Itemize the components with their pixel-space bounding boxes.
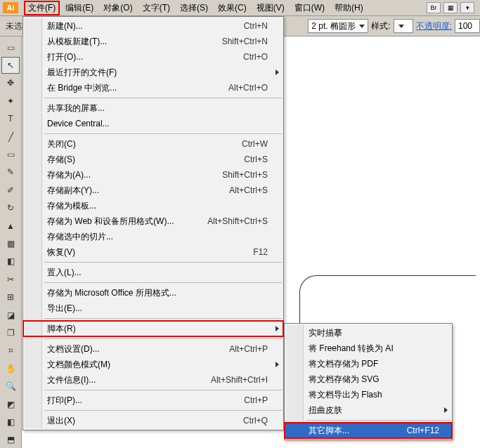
menu-separator <box>306 420 450 421</box>
menu-item-label: 新建(N)... <box>47 20 244 32</box>
menu-item-label: 共享我的屏幕... <box>47 103 268 114</box>
tool-button[interactable]: ◧ <box>1 253 20 270</box>
menu-item[interactable]: 存储为(A)...Shift+Ctrl+S <box>23 167 283 183</box>
menu-item[interactable]: 其它脚本...Ctrl+F12 <box>285 423 452 438</box>
tool-button[interactable]: ✦ <box>1 93 20 109</box>
menu-item-shortcut: Shift+Ctrl+N <box>222 37 268 46</box>
menu-item[interactable]: 在 Bridge 中浏览...Alt+Ctrl+O <box>23 80 283 95</box>
menu-item-label: 其它脚本... <box>309 425 407 437</box>
menu-item-shortcut: F12 <box>253 247 268 257</box>
menu-item-label: 置入(L)... <box>47 267 268 279</box>
tool-button[interactable]: ✋ <box>1 360 20 376</box>
tool-button[interactable]: T <box>1 111 20 127</box>
menu-item[interactable]: 共享我的屏幕... <box>23 100 283 116</box>
style-swatch[interactable] <box>394 19 413 33</box>
menu-item[interactable]: 将文档存储为 PDF <box>285 356 452 371</box>
menu-item-shortcut: Alt+Ctrl+S <box>229 185 268 195</box>
menu-item[interactable]: 存储为模板... <box>23 198 283 213</box>
workspace-dd-icon[interactable]: ▾ <box>460 2 474 13</box>
menu-item[interactable]: Device Central... <box>23 116 283 131</box>
menu-item[interactable]: 存储为 Web 和设备所用格式(W)...Alt+Shift+Ctrl+S <box>23 213 283 229</box>
submenu-arrow-icon <box>444 407 448 413</box>
tool-button[interactable]: ⬒ <box>1 432 20 448</box>
tool-button[interactable]: 🔍 <box>1 378 20 394</box>
tool-button[interactable]: ✐ <box>1 182 20 198</box>
menu-separator <box>44 410 282 411</box>
menubar-item[interactable]: 文字(T) <box>138 1 174 15</box>
menu-item-label: 恢复(V) <box>47 246 253 258</box>
tool-button[interactable]: ▦ <box>1 235 20 251</box>
tool-button[interactable]: ✥ <box>1 75 20 91</box>
menu-separator <box>44 390 282 390</box>
menu-item[interactable]: 脚本(R) <box>23 321 283 336</box>
menu-item[interactable]: 新建(N)...Ctrl+N <box>23 18 283 34</box>
menu-item-label: 打开(O)... <box>47 51 243 63</box>
tool-button[interactable]: ▲ <box>1 218 20 234</box>
menubar-item[interactable]: 窗口(W) <box>290 1 329 15</box>
file-menu: 新建(N)...Ctrl+N从模板新建(T)...Shift+Ctrl+N打开(… <box>22 16 284 430</box>
submenu-arrow-icon <box>275 70 279 75</box>
menu-item-shortcut: Ctrl+Q <box>243 416 268 426</box>
chevron-down-icon <box>398 25 404 28</box>
menu-item-label: 导出(E)... <box>47 303 268 315</box>
menubar-item[interactable]: 视图(V) <box>252 1 289 15</box>
menu-item[interactable]: 文档颜色模式(M) <box>23 357 283 372</box>
menu-item[interactable]: 扭曲皮肤 <box>285 402 452 418</box>
bridge-icon[interactable]: Br <box>427 2 441 13</box>
tool-button[interactable]: ❐ <box>1 324 20 341</box>
menu-item-label: 存储选中的切片... <box>47 231 268 243</box>
menu-item[interactable]: 文件信息(I)...Alt+Shift+Ctrl+I <box>23 372 283 388</box>
menu-item-label: 存储为 Microsoft Office 所用格式... <box>47 287 268 299</box>
menubar-item[interactable]: 编辑(E) <box>61 1 98 15</box>
tool-button[interactable]: ▭ <box>1 39 20 55</box>
tool-button[interactable]: ▭ <box>1 146 20 162</box>
menu-item-label: 文档颜色模式(M) <box>47 359 268 371</box>
tool-button[interactable]: ↖ <box>1 57 20 73</box>
menu-item[interactable]: 实时描摹 <box>285 325 452 341</box>
menu-item-shortcut: Ctrl+W <box>242 139 268 149</box>
menu-item-label: 将文档存储为 PDF <box>309 358 436 370</box>
menu-item[interactable]: 将 Freehand 转换为 AI <box>285 341 452 356</box>
menu-item[interactable]: 存储为 Microsoft Office 所用格式... <box>23 285 283 301</box>
menu-item[interactable]: 从模板新建(T)...Shift+Ctrl+N <box>23 34 283 49</box>
tool-button[interactable]: ✂ <box>1 271 20 287</box>
menu-item[interactable]: 打开(O)...Ctrl+O <box>23 49 283 65</box>
menubar-item[interactable]: 效果(C) <box>214 1 251 15</box>
menu-item-shortcut: Shift+Ctrl+S <box>222 170 268 180</box>
tool-button[interactable]: ↻ <box>1 200 20 216</box>
stroke-profile-field[interactable]: 2 pt. 椭圆形 <box>308 19 368 33</box>
menubar-item[interactable]: 对象(O) <box>99 1 136 15</box>
menubar-item[interactable]: 帮助(H) <box>330 1 368 15</box>
menu-item[interactable]: 将文档存储为 SVG <box>285 371 452 387</box>
tool-button[interactable]: ⌗ <box>1 343 20 359</box>
menu-item-label: 从模板新建(T)... <box>47 36 222 48</box>
menu-item[interactable]: 将文档导出为 Flash <box>285 387 452 402</box>
menu-separator <box>44 318 282 319</box>
menu-item[interactable]: 恢复(V)F12 <box>23 244 283 260</box>
menu-item-label: 存储副本(Y)... <box>47 185 229 197</box>
tool-button[interactable]: ╱ <box>1 129 20 145</box>
tool-button[interactable]: ◪ <box>1 307 20 323</box>
menu-item[interactable]: 关闭(C)Ctrl+W <box>23 136 283 152</box>
menu-item[interactable]: 置入(L)... <box>23 265 283 280</box>
tool-button[interactable]: ✎ <box>1 164 20 180</box>
tool-button[interactable]: ⊞ <box>1 289 20 305</box>
script-submenu: 实时描摹将 Freehand 转换为 AI将文档存储为 PDF将文档存储为 SV… <box>284 323 453 440</box>
opacity-field[interactable]: 100 <box>455 19 480 33</box>
tool-button[interactable]: ◩ <box>1 396 20 412</box>
menu-item[interactable]: 退出(X)Ctrl+Q <box>23 413 283 428</box>
menu-item[interactable]: 存储选中的切片... <box>23 229 283 244</box>
opacity-label[interactable]: 不透明度: <box>416 20 452 32</box>
tool-button[interactable]: ◧ <box>1 414 20 430</box>
menu-item-label: 脚本(R) <box>47 323 271 335</box>
submenu-arrow-icon <box>275 326 279 331</box>
menu-item[interactable]: 存储副本(Y)...Alt+Ctrl+S <box>23 183 283 198</box>
menu-item[interactable]: 最近打开的文件(F) <box>23 65 283 80</box>
menu-item[interactable]: 存储(S)Ctrl+S <box>23 152 283 167</box>
menu-item[interactable]: 导出(E)... <box>23 301 283 316</box>
arrange-icon[interactable]: ▦ <box>443 2 458 13</box>
menu-item[interactable]: 打印(P)...Ctrl+P <box>23 393 283 408</box>
menubar-item[interactable]: 选择(S) <box>176 1 212 15</box>
menubar-item[interactable]: 文件(F) <box>24 1 60 15</box>
menu-item[interactable]: 文档设置(D)...Alt+Ctrl+P <box>23 341 283 357</box>
